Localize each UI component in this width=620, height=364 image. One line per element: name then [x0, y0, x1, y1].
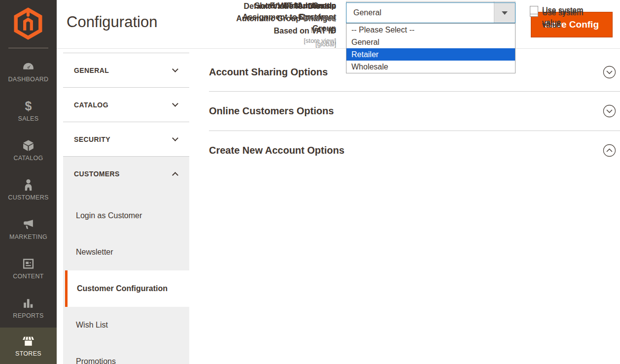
subnav-item-label: Login as Customer — [76, 211, 142, 220]
sidebar-item-dashboard[interactable]: DASHBOARD — [0, 52, 57, 91]
config-section-catalog[interactable]: CATALOG — [63, 88, 189, 122]
config-section-general[interactable]: GENERAL — [63, 53, 189, 88]
sidebar-item-label: CATALOG — [14, 155, 43, 162]
chevron-down-icon — [172, 100, 178, 107]
field-label: Default Group [store view] — [228, 0, 336, 24]
dropdown-option-please-select[interactable]: -- Please Select -- — [346, 24, 515, 36]
field-scope: [store view] — [228, 12, 336, 24]
admin-nav: DASHBOARD $ SALES CATALOG — [0, 52, 57, 364]
subnav-item-label: Wish List — [76, 321, 108, 330]
config-section-label: GENERAL — [74, 66, 109, 74]
default-group-dropdown-list: -- Please Select -- General Retailer Who… — [346, 23, 516, 73]
magento-admin-window: DASHBOARD $ SALES CATALOG — [0, 0, 620, 364]
subnav-item-customer-configuration[interactable]: Customer Configuration — [65, 270, 189, 307]
config-section-label: CUSTOMERS — [74, 170, 120, 178]
sidebar-item-label: REPORTS — [13, 312, 43, 319]
subnav-item-label: Promotions — [76, 357, 116, 364]
sidebar-divider — [8, 48, 48, 48]
sidebar-item-customers[interactable]: CUSTOMERS — [0, 170, 57, 209]
config-section-security[interactable]: SECURITY — [63, 122, 189, 157]
dropdown-arrow-icon[interactable] — [494, 3, 515, 23]
catalog-icon — [22, 139, 35, 152]
subnav-item-label: Customer Configuration — [77, 284, 168, 293]
field-scope: [global] — [228, 38, 336, 50]
checkbox-label: Use system value — [542, 4, 599, 29]
customers-subnav: Login as Customer Newsletter Customer Co… — [63, 191, 189, 364]
content-icon — [22, 257, 35, 270]
use-system-value-checkbox[interactable]: Use system value — [530, 4, 599, 29]
checkbox-unchecked-icon[interactable] — [530, 6, 538, 14]
svg-text:$: $ — [25, 99, 32, 113]
config-section-label: SECURITY — [74, 135, 110, 143]
chevron-up-icon — [172, 172, 178, 178]
sidebar-item-label: STORES — [15, 350, 41, 357]
admin-sidebar: DASHBOARD $ SALES CATALOG — [0, 0, 57, 364]
collapse-chevron-down-icon[interactable] — [603, 104, 616, 118]
section-create-new-account-options[interactable]: Create New Account Options — [209, 131, 620, 170]
main-content: Account Sharing Options Online Customers… — [209, 0, 620, 364]
sidebar-item-content[interactable]: CONTENT — [0, 249, 57, 288]
collapse-chevron-up-icon[interactable] — [603, 144, 616, 157]
sidebar-item-label: CUSTOMERS — [8, 194, 48, 201]
sidebar-item-label: CONTENT — [13, 273, 44, 280]
config-section-label: CATALOG — [74, 101, 108, 109]
dashboard-icon — [22, 60, 35, 73]
dropdown-option-wholesale[interactable]: Wholesale — [346, 61, 515, 73]
sidebar-item-catalog[interactable]: CATALOG — [0, 131, 57, 170]
sidebar-item-label: DASHBOARD — [8, 76, 49, 83]
customers-icon — [22, 178, 35, 192]
section-title: Account Sharing Options — [209, 66, 328, 78]
sidebar-item-marketing[interactable]: MARKETING — [0, 209, 57, 249]
page-title: Configuration — [67, 13, 157, 31]
reports-icon — [22, 297, 35, 310]
sales-icon: $ — [22, 99, 35, 113]
default-group-select[interactable]: General — [346, 2, 516, 23]
chevron-down-icon — [172, 135, 178, 141]
section-title: Create New Account Options — [209, 145, 344, 156]
sidebar-item-reports[interactable]: REPORTS — [0, 288, 57, 328]
sidebar-item-sales[interactable]: $ SALES — [0, 91, 57, 131]
dropdown-option-retailer[interactable]: Retailer — [346, 48, 515, 61]
dropdown-option-general[interactable]: General — [346, 36, 515, 48]
config-section-customers[interactable]: CUSTOMERS — [63, 157, 189, 191]
sidebar-item-stores[interactable]: STORES — [0, 328, 57, 364]
subnav-item-label: Newsletter — [76, 248, 113, 257]
configuration-nav: GENERAL CATALOG SECURITY CUSTOMERS Login… — [63, 53, 189, 364]
section-title: Online Customers Options — [209, 105, 334, 117]
sidebar-item-label: MARKETING — [9, 233, 47, 240]
sidebar-item-label: SALES — [18, 115, 39, 122]
subnav-item-wish-list[interactable]: Wish List — [63, 307, 189, 343]
magento-logo-icon[interactable] — [13, 6, 43, 41]
chevron-down-icon — [172, 66, 178, 72]
subnav-item-newsletter[interactable]: Newsletter — [63, 234, 189, 270]
select-value: General — [346, 3, 494, 23]
section-online-customers-options[interactable]: Online Customers Options — [209, 92, 620, 131]
field-label-text: Default Group — [283, 1, 336, 10]
subnav-item-promotions[interactable]: Promotions — [63, 343, 189, 364]
collapse-chevron-down-icon[interactable] — [603, 66, 616, 79]
subnav-item-login-as-customer[interactable]: Login as Customer — [63, 198, 189, 234]
stores-icon — [22, 334, 35, 348]
marketing-icon — [22, 218, 35, 231]
